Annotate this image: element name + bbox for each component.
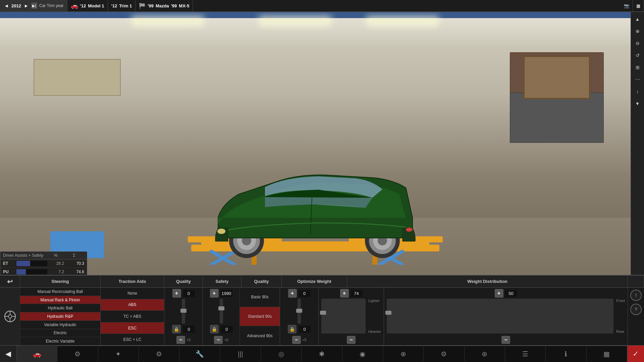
optimize-plus-btn[interactable]: + — [340, 289, 349, 298]
nav-bars-btn[interactable]: ||| — [220, 346, 261, 362]
nav-plus-circle-btn[interactable]: ⊕ — [383, 346, 424, 362]
traction-esc-lc[interactable]: ESC + LC — [101, 334, 164, 345]
stats-pct-label: % — [47, 253, 64, 258]
quality1-slider-area — [182, 299, 185, 324]
safety-basic90s[interactable]: Basic 90s — [240, 288, 280, 307]
ceiling-light-3 — [369, 19, 436, 23]
nav-tool-btn[interactable]: 🔧 — [179, 346, 220, 362]
weightdist-plus-btn[interactable]: + — [495, 289, 503, 298]
traction-none[interactable]: None — [101, 288, 164, 299]
nav-gear2-btn[interactable]: ⚙ — [424, 346, 464, 362]
steering-item-electric[interactable]: Electric — [20, 329, 100, 338]
nav-star2-btn[interactable]: ⊛ — [465, 346, 505, 362]
quality2-mid-row: 🔒 0 — [288, 325, 311, 334]
sidebar-up-btn[interactable]: ▲ — [632, 13, 643, 25]
optimize-slider-handle[interactable] — [320, 311, 326, 315]
quality1-slider-handle[interactable] — [180, 309, 186, 313]
optimize-slider[interactable] — [321, 299, 366, 334]
quality1-lock[interactable]: 🔒 — [172, 325, 181, 334]
safety-quality-header: Quality — [241, 276, 282, 287]
compare-model: MX-5 — [179, 3, 189, 8]
top-bar: ◀ 2012 ▶ ▶| Car Trim year 🚗 '12 Model 1 … — [0, 0, 644, 12]
nav-target-btn[interactable]: ◉ — [342, 346, 383, 362]
nav-star2-icon: ⊛ — [482, 350, 487, 358]
safety-slider-area — [220, 299, 223, 324]
quality1-minus-btn[interactable]: − — [176, 336, 185, 344]
quality1-plus5-label: +5 — [186, 338, 191, 342]
traction-section: None ABS TC + ABS ESC ESC + LC — [101, 288, 164, 345]
steering-item-electric-variable[interactable]: Electric Variable — [20, 337, 100, 345]
quality2-plus-btn[interactable]: + — [288, 289, 297, 298]
nav-circle-btn[interactable]: ◎ — [261, 346, 302, 362]
steering-header: Steering — [20, 276, 101, 287]
quality1-slider[interactable] — [182, 299, 185, 324]
weightdist-value: 50 — [505, 290, 517, 297]
car-model-nav[interactable]: 🚗 '12 Model 1 — [67, 0, 108, 11]
nav-forward-btn[interactable]: ✓ — [627, 346, 644, 362]
stats-pu-pct: 7.2 — [47, 269, 64, 274]
nav-asterisk-btn[interactable]: ✱ — [302, 346, 342, 362]
weightdist-minus-btn[interactable]: − — [501, 336, 510, 344]
quality1-value: 0 — [183, 290, 195, 297]
year-label: Car Trim year — [39, 3, 64, 8]
safety-minus-btn[interactable]: − — [214, 336, 223, 344]
quality2-minus-btn[interactable]: − — [292, 336, 301, 344]
sidebar-more[interactable]: ⋯ — [632, 74, 643, 85]
weightdist-slider-handle[interactable] — [385, 311, 391, 315]
traction-tc-abs[interactable]: TC + ABS — [101, 311, 164, 322]
camera-btn[interactable]: 📷 — [621, 0, 633, 11]
nav-grid-btn[interactable]: ▦ — [587, 346, 627, 362]
grid-btn[interactable]: ▦ — [633, 0, 644, 11]
quality2-slider-handle[interactable] — [296, 309, 302, 313]
garage-ceiling — [0, 12, 631, 46]
safety-year-plus[interactable]: + — [210, 289, 219, 298]
safety-slider-handle[interactable] — [218, 306, 224, 310]
steering-section: Manual Recirculating Ball Manual Rack & … — [0, 288, 101, 345]
bottom-nav: ◀ 🚗 ⚙ ✦ ⚙ 🔧 ||| ◎ ✱ ◉ ⊕ ⚙ ⊛ ☰ ℹ ▦ ✓ — [0, 345, 644, 362]
nav-star-btn[interactable]: ✦ — [98, 346, 139, 362]
far-right-exclaim-btn[interactable]: ! — [630, 290, 642, 301]
model-year-nav[interactable]: '12 Trim 1 — [108, 0, 136, 11]
safety-slider[interactable] — [220, 299, 223, 324]
traction-abs[interactable]: ABS — [101, 299, 164, 311]
quality2-lock[interactable]: 🔒 — [288, 325, 297, 334]
steering-item-variable-hydraulic[interactable]: Variable Hydraulic — [20, 321, 100, 329]
steering-item-manual-rack[interactable]: Manual Rack & Pinion — [20, 296, 100, 304]
optimize-lighter-label: Lighter — [368, 299, 381, 303]
nav-menu-btn[interactable]: ☰ — [505, 346, 546, 362]
safety-standard90s[interactable]: Standard 90s — [240, 307, 280, 326]
steering-item-hydraulic-rp[interactable]: Hydraulic R&P — [20, 312, 100, 321]
nav-tool-icon: 🔧 — [196, 350, 204, 358]
weightdist-spinner-top: + 50 — [495, 289, 517, 298]
sidebar-grid[interactable]: ⊞ — [632, 62, 643, 73]
year-nav[interactable]: ◀ 2012 ▶ ▶| Car Trim year — [0, 0, 67, 11]
nav-car-btn[interactable]: 🚗 — [17, 346, 57, 362]
steering-item-hydraulic-ball[interactable]: Hydraulic Ball — [20, 304, 100, 312]
stats-pu-bar — [16, 269, 26, 275]
far-right-help-btn[interactable]: ? — [630, 304, 642, 315]
quality1-plus-btn[interactable]: + — [172, 289, 181, 298]
sidebar-zoom-out[interactable]: ⊖ — [632, 38, 643, 49]
sidebar-resize[interactable]: ↕ — [632, 86, 643, 97]
year-prev[interactable]: ◀ — [3, 3, 9, 9]
left-wall-board — [34, 59, 121, 96]
compare-nav[interactable]: 🏁 '99 Mazda '99 MX-5 — [136, 0, 193, 11]
quality2-slider[interactable] — [298, 299, 301, 324]
nav-back-btn[interactable]: ◀ — [0, 346, 17, 362]
nav-settings-btn[interactable]: ⚙ — [139, 346, 179, 362]
stats-header: Driver Assists + Safety % Σ — [0, 252, 87, 259]
nav-info-btn[interactable]: ℹ — [546, 346, 586, 362]
safety-advanced90s[interactable]: Advanced 90s — [240, 326, 280, 345]
year-next[interactable]: ▶ — [23, 3, 29, 9]
optimize-minus-btn[interactable]: − — [347, 336, 356, 344]
nav-menu-icon: ☰ — [522, 350, 528, 358]
sidebar-down-btn[interactable]: ▼ — [632, 98, 643, 109]
sidebar-zoom-in[interactable]: ⊕ — [632, 25, 643, 37]
sidebar-rotate[interactable]: ↺ — [632, 50, 643, 61]
traction-esc[interactable]: ESC — [101, 322, 164, 334]
nav-gear-btn[interactable]: ⚙ — [57, 346, 98, 362]
safety-lock[interactable]: 🔒 — [210, 325, 219, 334]
year-last[interactable]: ▶| — [31, 3, 37, 9]
weightdist-slider[interactable] — [387, 299, 613, 334]
steering-item-manual-ball[interactable]: Manual Recirculating Ball — [20, 288, 100, 296]
